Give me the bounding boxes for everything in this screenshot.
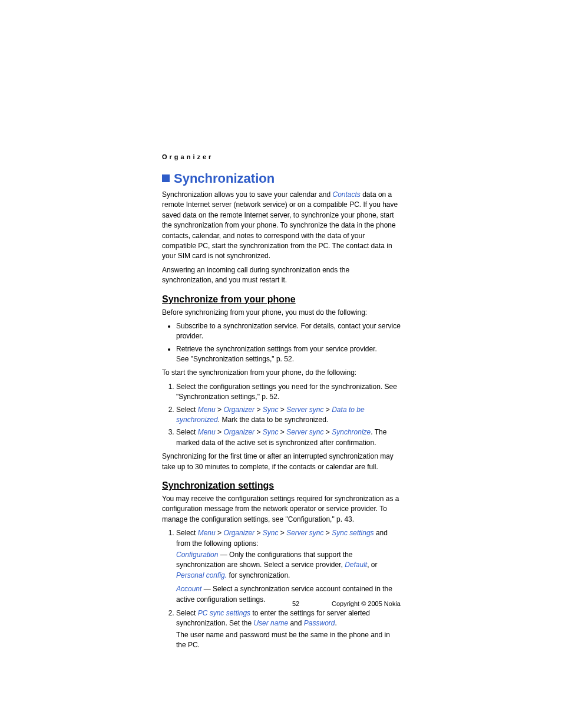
sync-link[interactable]: Sync bbox=[263, 406, 279, 414]
server-sync-link[interactable]: Server sync bbox=[286, 406, 323, 414]
server-sync-link[interactable]: Server sync bbox=[286, 529, 323, 537]
intro-paragraph-1: Synchronization allows you to save your … bbox=[162, 190, 401, 262]
sec2-steps: Select Menu > Organizer > Sync > Server … bbox=[162, 528, 401, 650]
heading-sync-settings: Synchronization settings bbox=[162, 480, 401, 491]
menu-link[interactable]: Menu bbox=[198, 529, 216, 537]
contacts-link[interactable]: Contacts bbox=[333, 190, 361, 199]
note-same-credentials: The user name and password must be the s… bbox=[176, 630, 401, 651]
list-item: Select the configuration settings you ne… bbox=[176, 382, 401, 403]
h1-text: Synchronization bbox=[174, 171, 275, 186]
sec1-p1: Before synchronizing from your phone, yo… bbox=[162, 308, 401, 318]
intro-paragraph-2: Answering an incoming call during synchr… bbox=[162, 265, 401, 286]
organizer-link[interactable]: Organizer bbox=[223, 529, 254, 537]
sec1-p2: To start the synchronization from your p… bbox=[162, 368, 401, 378]
list-item: Subscribe to a synchronization service. … bbox=[176, 321, 401, 342]
page-number: 52 bbox=[292, 600, 299, 607]
list-item: Select PC sync settings to enter the set… bbox=[176, 608, 401, 651]
sync-link[interactable]: Sync bbox=[263, 428, 279, 436]
synchronize-link[interactable]: Synchronize bbox=[332, 428, 371, 436]
list-item: Retrieve the synchronization settings fr… bbox=[176, 344, 401, 365]
list-item: Select Menu > Organizer > Sync > Server … bbox=[176, 405, 401, 426]
sec2-p1: You may receive the configuration settin… bbox=[162, 494, 401, 525]
sec1-bullets: Subscribe to a synchronization service. … bbox=[162, 321, 401, 365]
password-link[interactable]: Password bbox=[304, 619, 335, 627]
sync-settings-link[interactable]: Sync settings bbox=[332, 529, 373, 537]
menu-link[interactable]: Menu bbox=[198, 406, 216, 414]
sec1-steps: Select the configuration settings you ne… bbox=[162, 382, 401, 448]
list-item: Select Menu > Organizer > Sync > Server … bbox=[176, 528, 401, 605]
section-header: Organizer bbox=[162, 153, 401, 160]
heading-synchronization: Synchronization bbox=[162, 171, 401, 186]
list-item: Select Menu > Organizer > Sync > Server … bbox=[176, 427, 401, 448]
default-link[interactable]: Default bbox=[345, 561, 367, 569]
menu-link[interactable]: Menu bbox=[198, 428, 216, 436]
square-bullet-icon bbox=[162, 174, 170, 182]
copyright-text: Copyright © 2005 Nokia bbox=[332, 600, 401, 607]
organizer-link[interactable]: Organizer bbox=[223, 406, 254, 414]
sync-link[interactable]: Sync bbox=[263, 529, 279, 537]
username-link[interactable]: User name bbox=[253, 619, 288, 627]
pc-sync-settings-link[interactable]: PC sync settings bbox=[198, 609, 250, 617]
page-content: Organizer Synchronization Synchronizatio… bbox=[162, 153, 401, 654]
server-sync-link[interactable]: Server sync bbox=[286, 428, 323, 436]
config-option: Configuration — Only the configurations … bbox=[176, 550, 401, 581]
configuration-link[interactable]: Configuration bbox=[176, 551, 218, 559]
sec1-p3: Synchronizing for the first time or afte… bbox=[162, 452, 401, 472]
organizer-link[interactable]: Organizer bbox=[223, 428, 254, 436]
heading-sync-from-phone: Synchronize from your phone bbox=[162, 294, 401, 305]
personal-config-link[interactable]: Personal config. bbox=[176, 571, 227, 579]
account-link[interactable]: Account bbox=[176, 585, 201, 593]
